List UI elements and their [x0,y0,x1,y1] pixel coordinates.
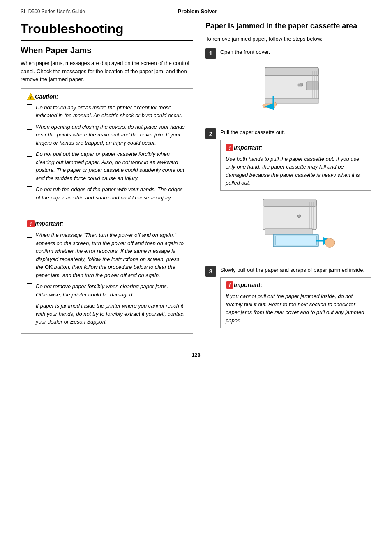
footer-page-number: 128 [21,352,371,358]
svg-rect-21 [265,229,312,234]
page-title: Troubleshooting [21,21,193,37]
step-2-important-text: Use both hands to pull the paper cassett… [226,155,366,187]
caution-label: Caution: [35,93,58,100]
step-3-important-label: Important: [234,282,262,288]
intro-text: When paper jams, messages are displayed … [21,59,193,83]
caution-item-4: Do not rub the edges of the paper with y… [27,185,187,201]
step-3-content: Slowly pull out the paper and scraps of … [220,266,371,333]
caution-item-2: When opening and closing the covers, do … [27,123,187,147]
caution-box: ! Caution: Do not touch any areas inside… [21,88,193,210]
step-1-text: Open the front cover. [220,48,371,56]
bullet-icon [27,303,32,308]
step-3-number: 3 [205,266,216,277]
step-2-text: Pull the paper cassette out. [220,128,371,136]
svg-point-20 [297,215,301,218]
svg-text:!: ! [229,282,231,288]
caution-header: ! Caution: [27,93,187,100]
bullet-icon [27,232,32,238]
right-column: Paper is jammed in the paper cassette ar… [205,21,371,340]
important-icon-3: ! [226,281,234,289]
svg-rect-11 [298,84,301,86]
caution-item-3: Do not pull out the paper or paper casse… [27,150,187,182]
step-1-number: 1 [205,48,216,59]
step-1-image [220,59,371,117]
section-divider [21,40,193,41]
step-3-important-header: ! Important: [226,281,366,289]
right-section-heading: Paper is jammed in the paper cassette ar… [205,21,371,31]
step-1-container: 1 Open the front cover. [205,48,371,123]
svg-text:!: ! [30,95,32,100]
important-icon-2: ! [226,143,234,152]
step-2-important-label: Important: [234,144,262,151]
main-content: Troubleshooting When Paper Jams When pap… [21,21,371,340]
caution-icon: ! [27,93,35,100]
important-item-text: If paper is jammed inside the printer wh… [36,302,187,326]
svg-rect-16 [263,199,316,206]
page: SL-D500 Series User's Guide Problem Solv… [0,0,392,555]
important-header: ! Important: [27,220,187,228]
step-2-container: 2 Pull the paper cassette out. ! Importa… [205,128,371,260]
step-3-text: Slowly pull out the paper and scraps of … [220,266,371,274]
header-bar: SL-D500 Series User's Guide Problem Solv… [21,8,371,17]
printer-front-cover-svg [253,59,339,117]
important-item-3: If paper is jammed inside the printer wh… [27,302,187,326]
important-icon: ! [27,220,35,228]
step-1-content: Open the front cover. [220,48,371,123]
important-label: Important: [35,220,63,227]
important-list: When the message "Then turn the power of… [27,231,187,326]
caution-item-text: When opening and closing the covers, do … [36,123,187,147]
step-2-number: 2 [205,128,216,139]
bullet-icon [27,124,32,130]
printer-cassette-svg [251,195,341,254]
step-3-important-text: If you cannot pull out the paper jammed … [226,292,366,324]
important-item-text: Do not remove paper forcibly when cleari… [36,282,187,298]
important-item-text: When the message "Then turn the power of… [36,231,187,279]
left-column: Troubleshooting When Paper Jams When pap… [21,21,193,340]
header-center: Problem Solver [85,8,310,14]
step-2-important-header: ! Important: [226,143,366,152]
caution-item-text: Do not pull out the paper or paper casse… [36,150,187,182]
step-3-container: 3 Slowly pull out the paper and scraps o… [205,266,371,333]
svg-text:!: ! [229,144,231,151]
svg-rect-23 [275,236,316,245]
caution-list: Do not touch any areas inside the printe… [27,104,187,202]
caution-item-text: Do not rub the edges of the paper with y… [36,185,187,201]
svg-rect-5 [265,67,318,76]
important-item-2: Do not remove paper forcibly when cleari… [27,282,187,298]
header-left: SL-D500 Series User's Guide [21,9,85,14]
bullet-icon [27,283,32,289]
important-item-1: When the message "Then turn the power of… [27,231,187,279]
step-2-content: Pull the paper cassette out. ! Important… [220,128,371,260]
caution-item-1: Do not touch any areas inside the printe… [27,104,187,120]
when-paper-jams-heading: When Paper Jams [21,46,193,55]
step-2-image [220,195,371,254]
right-intro-text: To remove jammed paper, follow the steps… [205,35,371,43]
important-box-left: ! Important: When the message "Then turn… [21,215,193,334]
step-2-important-box: ! Important: Use both hands to pull the … [220,140,371,191]
step-3-important-box: ! Important: If you cannot pull out the … [220,277,371,328]
bullet-icon [27,186,32,192]
svg-text:!: ! [30,220,32,227]
caution-item-text: Do not touch any areas inside the printe… [36,104,187,120]
bullet-icon [27,151,32,157]
bullet-icon [27,104,32,110]
